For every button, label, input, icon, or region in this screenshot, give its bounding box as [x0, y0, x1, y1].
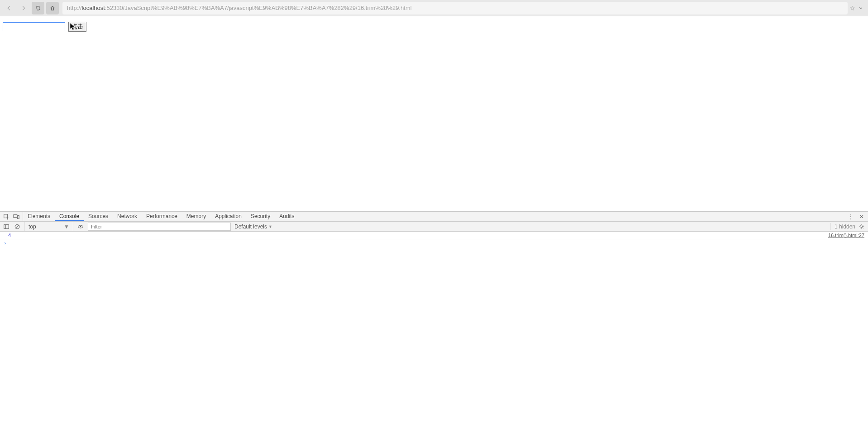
console-body: 4 16.trim().html:27 ›: [0, 232, 868, 442]
eye-icon[interactable]: [77, 223, 84, 230]
reload-button[interactable]: [32, 2, 44, 14]
click-button[interactable]: 点击: [68, 22, 86, 32]
browser-toolbar: http://localhost:52330/JavaScript%E9%AB%…: [0, 0, 868, 16]
tab-sources[interactable]: Sources: [84, 212, 113, 221]
svg-line-6: [16, 225, 19, 228]
svg-point-8: [80, 226, 81, 227]
svg-rect-1: [14, 214, 17, 217]
svg-rect-2: [18, 215, 19, 219]
home-button[interactable]: [46, 2, 59, 14]
prompt-icon: ›: [4, 240, 7, 246]
svg-rect-3: [4, 224, 9, 228]
more-icon[interactable]: ⋮: [847, 213, 854, 220]
levels-select[interactable]: Default levels ▼: [234, 223, 272, 230]
tab-console[interactable]: Console: [55, 212, 84, 221]
tab-memory[interactable]: Memory: [182, 212, 210, 221]
hidden-count: 1 hidden: [830, 223, 865, 230]
bookmark-icon[interactable]: ☆: [849, 5, 855, 12]
tab-elements[interactable]: Elements: [23, 212, 55, 221]
tab-network[interactable]: Network: [113, 212, 142, 221]
tab-audits[interactable]: Audits: [275, 212, 299, 221]
url-host: localhost: [82, 5, 105, 11]
svg-point-9: [861, 226, 863, 228]
devtools-panel: Elements Console Sources Network Perform…: [0, 211, 868, 442]
console-log-row: 4 16.trim().html:27: [0, 232, 868, 239]
hidden-label[interactable]: 1 hidden: [835, 223, 855, 230]
device-icon[interactable]: [13, 213, 20, 220]
levels-label: Default levels: [234, 223, 267, 230]
gear-icon[interactable]: [858, 223, 865, 230]
console-value: 4: [8, 233, 11, 238]
back-button[interactable]: [3, 2, 15, 14]
chevron-down-icon: ▼: [64, 223, 69, 230]
text-input[interactable]: [3, 22, 65, 31]
sidebar-toggle-icon[interactable]: [3, 223, 10, 230]
url-prefix: http://: [67, 5, 82, 11]
chevron-down-icon[interactable]: [858, 5, 863, 11]
console-source-link[interactable]: 16.trim().html:27: [828, 233, 864, 238]
page-content: 点击: [0, 16, 868, 211]
console-prompt[interactable]: ›: [0, 239, 868, 247]
tab-security[interactable]: Security: [246, 212, 275, 221]
chevron-down-icon: ▼: [268, 224, 272, 229]
context-label: top: [29, 223, 36, 230]
tab-performance[interactable]: Performance: [142, 212, 182, 221]
devtools-tabs: Elements Console Sources Network Perform…: [0, 212, 868, 222]
clear-console-icon[interactable]: [14, 223, 21, 230]
console-toolbar: top ▼ Default levels ▼ 1 hidden: [0, 222, 868, 232]
toolbar-right: ☆: [849, 5, 865, 12]
close-icon[interactable]: ✕: [858, 213, 865, 220]
filter-input[interactable]: [88, 223, 231, 231]
url-rest: :52330/JavaScript%E9%AB%98%E7%BA%A7/java…: [105, 5, 412, 11]
inspect-icon[interactable]: [3, 213, 10, 220]
tab-application[interactable]: Application: [210, 212, 246, 221]
devtools-right-icons: ⋮ ✕: [844, 212, 868, 221]
context-select[interactable]: top ▼: [24, 222, 73, 231]
address-bar[interactable]: http://localhost:52330/JavaScript%E9%AB%…: [62, 2, 848, 14]
forward-button[interactable]: [17, 2, 30, 14]
devtools-left-icons: [0, 212, 23, 221]
